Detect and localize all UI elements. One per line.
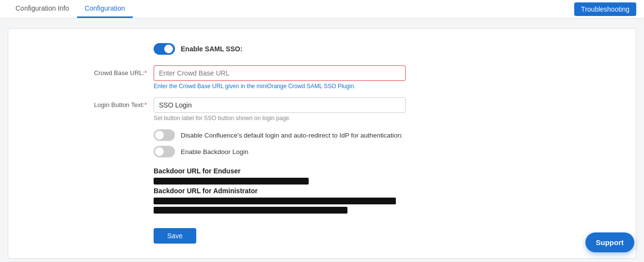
tab-configuration[interactable]: Configuration — [77, 0, 133, 18]
crowd-base-url-row: Crowd Base URL:* Enter the Crowd Base UR… — [28, 65, 616, 90]
saml-sso-row: Enable SAML SSO: — [154, 43, 616, 55]
main-content: Enable SAML SSO: Crowd Base URL:* Enter … — [0, 18, 644, 262]
save-row: Save — [154, 228, 616, 244]
support-button[interactable]: Support — [585, 232, 635, 252]
backdoor-enduser-title: Backdoor URL for Enduser — [154, 167, 616, 175]
backdoor-admin-title: Backdoor URL for Administrator — [154, 187, 616, 195]
troubleshooting-button[interactable]: Troubleshooting — [574, 2, 636, 16]
login-button-text-field: Set button label for SSO button shown on… — [154, 97, 406, 122]
save-button[interactable]: Save — [154, 228, 196, 244]
crowd-base-url-field: Enter the Crowd Base URL given in the mi… — [154, 65, 406, 90]
backdoor-login-row: Enable Backdoor Login — [154, 146, 616, 157]
top-nav: Configuration Info Configuration Trouble… — [0, 0, 644, 18]
config-card: Enable SAML SSO: Crowd Base URL:* Enter … — [8, 28, 636, 259]
required-asterisk: * — [144, 69, 147, 77]
backdoor-section: Backdoor URL for Enduser Backdoor URL fo… — [154, 167, 616, 214]
backdoor-admin-url-line2 — [154, 207, 347, 214]
backdoor-enduser-url — [154, 178, 309, 185]
backdoor-login-toggle[interactable] — [154, 146, 175, 157]
disable-confluence-toggle[interactable] — [154, 129, 175, 141]
disable-confluence-label: Disable Confluence's default login and a… — [181, 132, 403, 139]
crowd-base-url-hint: Enter the Crowd Base URL given in the mi… — [154, 83, 406, 90]
required-asterisk2: * — [144, 101, 147, 108]
saml-sso-label: Enable SAML SSO: — [181, 45, 242, 53]
saml-sso-toggle[interactable] — [154, 43, 175, 55]
disable-confluence-row: Disable Confluence's default login and a… — [154, 129, 616, 141]
backdoor-admin-url-line1 — [154, 198, 396, 204]
nav-tabs: Configuration Info Configuration — [8, 0, 133, 18]
login-button-hint: Set button label for SSO button shown on… — [154, 115, 406, 122]
tab-config-info[interactable]: Configuration Info — [8, 0, 77, 18]
login-button-text-label: Login Button Text:* — [28, 97, 154, 108]
backdoor-login-label: Enable Backdoor Login — [181, 148, 249, 155]
login-button-text-input[interactable] — [154, 97, 406, 113]
login-button-text-row: Login Button Text:* Set button label for… — [28, 97, 616, 122]
crowd-base-url-label: Crowd Base URL:* — [28, 65, 154, 77]
crowd-base-url-input[interactable] — [154, 65, 406, 81]
